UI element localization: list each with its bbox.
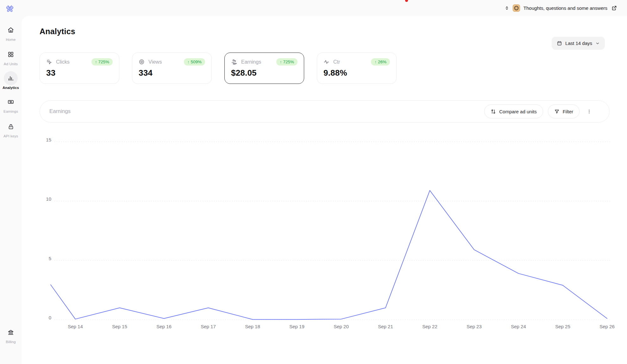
sidebar-item-label: Analytics [3, 86, 19, 90]
svg-text:Sep 15: Sep 15 [112, 324, 127, 329]
trend-badge: ↑725% [276, 58, 298, 66]
eye-icon [139, 59, 145, 65]
sidebar-item-label: API keys [3, 134, 18, 138]
svg-text:Sep 18: Sep 18 [245, 324, 260, 329]
project-avatar [513, 4, 520, 12]
banknote-icon [8, 99, 14, 105]
svg-text:Sep 20: Sep 20 [334, 324, 349, 329]
stats-row: Clicks ↑725% 33 Views ↑509% 334 Earnings [40, 53, 397, 84]
filter-icon [554, 109, 560, 114]
sidebar-item-label: Earnings [3, 110, 18, 113]
section-title: Earnings [49, 108, 480, 115]
earnings-chart: 151050Sep 14Sep 15Sep 16Sep 17Sep 18Sep … [22, 136, 627, 351]
page-title: Analytics [40, 27, 75, 36]
svg-text:Sep 24: Sep 24 [511, 324, 526, 329]
stat-card-earnings[interactable]: Earnings ↑725% $28.05 [224, 53, 304, 84]
stat-label: Ctr [333, 59, 367, 65]
compare-icon [491, 109, 496, 114]
date-range-label: Last 14 days [565, 41, 592, 46]
stat-value: $28.05 [231, 68, 298, 78]
compare-label: Compare ad units [499, 109, 536, 114]
svg-text:10: 10 [46, 196, 51, 202]
sidebar-item-label: Home [6, 38, 16, 41]
trend-value: 725% [283, 60, 294, 64]
sidebar-item-ad-units[interactable]: Ad Units [0, 47, 22, 66]
stat-value: 9.88% [323, 68, 390, 78]
svg-text:Sep 19: Sep 19 [289, 324, 304, 329]
earnings-section-bar: Earnings Compare ad units Filter [40, 100, 610, 122]
trend-value: 26% [378, 60, 386, 64]
stat-value: 334 [139, 68, 205, 78]
svg-text:Sep 14: Sep 14 [68, 324, 83, 329]
sidebar-item-label: Billing [6, 340, 16, 344]
svg-text:15: 15 [46, 137, 51, 142]
trend-value: 725% [98, 60, 109, 64]
svg-text:Sep 16: Sep 16 [156, 324, 172, 329]
stat-card-ctr[interactable]: Ctr ↑26% 9.88% [317, 53, 397, 84]
date-range-button[interactable]: Last 14 days [552, 37, 605, 50]
sidebar-item-analytics[interactable]: Analytics [0, 71, 22, 90]
sidebar-item-label: Ad Units [4, 62, 18, 66]
svg-text:0: 0 [49, 315, 51, 320]
trend-up-icon: ↑ [187, 60, 190, 64]
stat-value: 33 [46, 68, 113, 78]
svg-text:Sep 23: Sep 23 [467, 324, 482, 329]
cursor-click-icon [46, 59, 52, 65]
more-options-button[interactable] [583, 104, 595, 118]
trend-value: 509% [191, 60, 202, 64]
lock-icon [8, 124, 14, 130]
svg-text:5: 5 [49, 256, 51, 261]
trend-badge: ↑509% [184, 58, 205, 66]
activity-icon [323, 59, 329, 65]
app-logo-butterfly-icon[interactable] [5, 4, 14, 13]
external-link-icon[interactable] [611, 5, 617, 11]
svg-text:Sep 17: Sep 17 [201, 324, 216, 329]
svg-text:Sep 21: Sep 21 [378, 324, 393, 329]
project-name: Thoughts, questions and some answers [524, 5, 607, 11]
bar-chart-icon [8, 75, 14, 81]
trend-badge: ↑725% [91, 58, 113, 66]
sidebar-item-api-keys[interactable]: API keys [0, 120, 22, 138]
stat-label: Views [148, 59, 180, 65]
trend-badge: ↑26% [371, 58, 390, 66]
main-panel: Analytics Last 14 days Clicks ↑725% 33 [22, 16, 627, 364]
recording-dot [405, 0, 408, 2]
sidebar: Home Ad Units Analytics Earnings API key… [0, 0, 22, 364]
svg-text:Sep 25: Sep 25 [555, 324, 570, 329]
project-switcher[interactable]: Thoughts, questions and some answers [505, 4, 617, 12]
bank-icon [8, 329, 14, 336]
trend-up-icon: ↑ [95, 60, 97, 64]
stat-label: Clicks [56, 59, 88, 65]
trend-up-icon: ↑ [374, 60, 377, 64]
stat-card-clicks[interactable]: Clicks ↑725% 33 [40, 53, 119, 84]
home-icon [8, 27, 14, 33]
grid-icon [8, 51, 14, 58]
stat-label: Earnings [241, 59, 273, 65]
svg-text:Sep 26: Sep 26 [599, 324, 615, 329]
calendar-icon [557, 41, 562, 46]
topbar: Thoughts, questions and some answers [22, 0, 627, 16]
chevron-down-icon [595, 41, 600, 46]
chevrons-up-down-icon [505, 6, 509, 10]
kebab-menu-icon [586, 109, 592, 114]
filter-button[interactable]: Filter [548, 104, 580, 118]
sidebar-item-home[interactable]: Home [0, 23, 22, 41]
hand-coins-icon [231, 59, 237, 65]
trend-up-icon: ↑ [280, 60, 282, 64]
sidebar-item-billing[interactable]: Billing [0, 325, 22, 344]
sidebar-item-earnings[interactable]: Earnings [0, 95, 22, 113]
svg-text:Sep 22: Sep 22 [422, 324, 437, 329]
stat-card-views[interactable]: Views ↑509% 334 [132, 53, 212, 84]
compare-ad-units-button[interactable]: Compare ad units [484, 104, 543, 118]
filter-label: Filter [563, 109, 573, 114]
